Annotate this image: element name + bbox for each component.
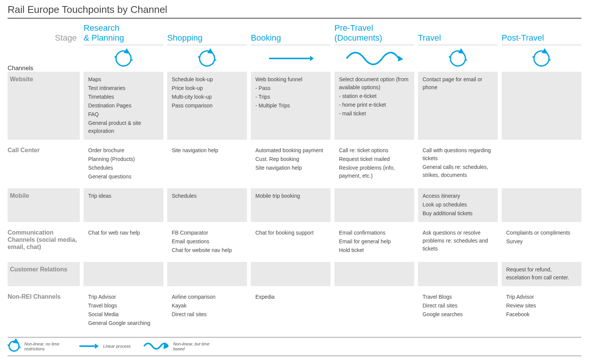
stage-header-3: Pre-Travel(Documents) <box>334 22 414 45</box>
touchpoint-item: - Pass <box>255 84 326 92</box>
channel-label-4: Customer Relations <box>8 262 80 286</box>
cell-4-4 <box>418 262 498 286</box>
cycle-icon <box>502 45 581 72</box>
touchpoint-item: General Google searching <box>88 319 159 327</box>
svg-point-0 <box>116 51 131 66</box>
touchpoint-item: Social Media <box>88 310 159 318</box>
touchpoint-item: Reslove problems (info, payment, etc.) <box>339 164 410 180</box>
cell-2-2: Mobile trip booking <box>251 188 331 222</box>
channel-label-2: Mobile <box>8 188 80 222</box>
touchpoint-item: Airline comparison <box>172 293 242 301</box>
cell-3-3: Email confirmationsEmail for general hel… <box>334 225 414 259</box>
channels-axis-label: Channels <box>8 45 80 72</box>
touchpoint-item: Price look-up <box>172 84 242 92</box>
touchpoint-item: Direct rail sites <box>423 302 493 310</box>
stage-header-5: Post-Travel <box>502 22 581 45</box>
cell-2-5 <box>502 188 581 222</box>
cell-0-3: Select document option (from available o… <box>334 72 414 140</box>
channel-label-3: Communication Channels (social media, em… <box>8 225 80 259</box>
touchpoint-item: Travel Blogs <box>423 293 493 301</box>
touchpoint-item: General product & site exploration <box>88 119 159 135</box>
touchpoint-item: Schedules <box>172 192 242 200</box>
cell-4-0 <box>84 262 163 286</box>
touchpoint-item: Ask questions or resolve problems re: sc… <box>423 229 493 253</box>
channel-label-1: Call Center <box>8 143 80 185</box>
cycle-icon <box>8 340 21 353</box>
touchpoint-item: Site navigation help <box>172 147 242 154</box>
touchpoint-item: Test intineraries <box>88 84 159 92</box>
touchpoint-item: Chat for website nav help <box>172 246 242 254</box>
svg-point-1 <box>200 51 215 66</box>
cell-5-2: Expedia <box>251 289 331 332</box>
arrow-icon <box>78 342 100 351</box>
cell-0-4: Contact page for email or phone <box>418 72 498 140</box>
channel-label-5: Non-REI Channels <box>8 289 80 332</box>
legend-item-cycle: Non-linear, no time restrictions <box>8 340 66 353</box>
touchpoint-item: - mail ticket <box>339 110 410 118</box>
touchpoint-item: Hold ticket <box>339 246 410 254</box>
touchpoint-item: Google searches <box>423 310 493 318</box>
touchpoint-item: Site navigation help <box>255 164 326 172</box>
touchpoint-item: Complaints or compliments <box>506 229 577 237</box>
touchpoint-item: - Trips <box>255 93 326 101</box>
legend-item-wave: Non-linear, but time based <box>142 342 215 351</box>
touchpoint-item: Request for refund, escelation from call… <box>506 266 577 282</box>
touchpoint-item: Kayak <box>172 302 242 310</box>
cell-1-4: Call with questions regarding ticketsGen… <box>418 143 498 185</box>
cell-2-1: Schedules <box>167 188 247 222</box>
touchpoint-item: - station e-ticket <box>339 92 410 100</box>
cell-2-4: Access itineraryLook up schedulesBuy add… <box>418 188 498 222</box>
cycle-icon <box>84 45 163 72</box>
touchpoint-item: Access itinerary <box>423 192 493 200</box>
stage-header-0: Research& Planning <box>84 22 163 45</box>
touchpoint-item: - Multiple Trips <box>255 102 326 110</box>
page-title: Rail Europe Touchpoints by Channel <box>8 4 581 19</box>
touchpoint-item: Chat for web nav help <box>88 229 159 237</box>
touchpoint-item: Schedule look-up <box>172 76 242 84</box>
touchpoint-item: Chat for booking support <box>255 229 326 237</box>
cell-1-5 <box>502 143 581 185</box>
cell-1-3: Call re: ticket optionsRequest ticket ma… <box>334 143 414 185</box>
arrow-icon <box>251 45 331 72</box>
touchpoint-item: Contact page for email or phone <box>423 76 493 91</box>
touchpoint-item: Expedia <box>255 293 326 301</box>
channel-label-0: Website <box>8 72 80 140</box>
stage-header-1: Shopping <box>167 22 247 45</box>
wave-icon <box>334 45 414 72</box>
touchpoint-item: Buy additional tickets <box>423 210 493 217</box>
touchpoint-item: FB Comparator <box>172 229 242 237</box>
legend-text: Non-linear, but time based <box>173 342 215 351</box>
touchpoint-item: Mobile trip booking <box>255 192 326 200</box>
touchpoint-item: Pass comparison <box>172 102 242 110</box>
svg-point-3 <box>450 51 466 66</box>
stage-header-2: Booking <box>251 22 331 45</box>
touchpoint-item: Email questions <box>172 238 242 246</box>
touchpoint-item: Email confirmations <box>339 229 410 237</box>
cell-2-3 <box>334 188 414 222</box>
touchpoint-item: Schedules <box>88 164 159 172</box>
cell-0-5 <box>502 72 581 140</box>
cell-0-2: Web booking funnel- Pass- Trips- Multipl… <box>251 72 331 140</box>
touchpoint-item: Automated booking payment <box>255 147 326 154</box>
touchpoint-item: Timetables <box>88 93 159 101</box>
legend-text: Linear process <box>103 344 131 349</box>
touchpoint-item: Maps <box>88 76 159 84</box>
cell-5-0: Trip AdvisorTravel blogsSocial MediaGene… <box>84 289 163 332</box>
touchpoint-item: Request ticket mailed <box>339 155 410 163</box>
cell-5-5: Trip AdvisorReview sitesFacebook <box>502 289 581 332</box>
touchpoint-item: Travel blogs <box>88 302 159 310</box>
cell-3-0: Chat for web nav help <box>84 225 163 259</box>
touchpoint-item: Email for general help <box>339 238 410 246</box>
cell-3-5: Complaints or complimentsSurvey <box>502 225 581 259</box>
touchpoints-grid: StageResearch& PlanningShoppingBookingPr… <box>8 22 581 332</box>
cell-1-1: Site navigation help <box>167 143 247 185</box>
cell-3-2: Chat for booking support <box>251 225 331 259</box>
cell-3-4: Ask questions or resolve problems re: sc… <box>418 225 498 259</box>
touchpoint-item: Look up schedules <box>423 201 493 209</box>
touchpoint-item: Direct rail sites <box>172 310 242 318</box>
touchpoint-item: Planning (Products) <box>88 155 159 163</box>
wave-icon <box>142 342 169 351</box>
legend-text: Non-linear, no time restrictions <box>24 342 66 351</box>
touchpoint-item: General calls re: schedules, strikes, do… <box>423 163 493 179</box>
touchpoint-item: Cust. Rep booking <box>255 155 326 163</box>
